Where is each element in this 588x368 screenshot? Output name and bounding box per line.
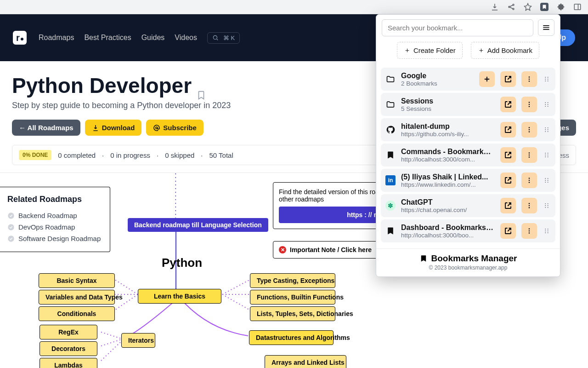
svg-point-78 — [529, 230, 530, 232]
svg-point-42 — [529, 129, 530, 131]
more-button[interactable] — [521, 172, 537, 188]
search-shortcut[interactable]: ⌘ K — [207, 32, 240, 44]
learn-basics-node[interactable]: Learn the Basics — [138, 289, 221, 304]
related-item[interactable]: Backend Roadmap — [7, 210, 101, 221]
bookmark-item[interactable]: Sessions5 Sessions — [381, 93, 555, 116]
nav-videos[interactable]: Videos — [175, 34, 197, 42]
item-subtitle: http://localhost:3000/com... — [401, 156, 495, 163]
more-button[interactable] — [521, 71, 537, 87]
create-folder-button[interactable]: ＋Create Folder — [397, 42, 463, 59]
hamburger-icon — [542, 23, 551, 32]
diagram-node[interactable]: Decorators — [40, 341, 97, 356]
bookmark-item[interactable]: Dashboard - Bookmarks Man...http://local… — [381, 219, 555, 242]
important-note-box[interactable]: ✕ Important Note / Click here — [273, 241, 379, 259]
add-to-folder-button[interactable] — [479, 71, 495, 87]
drag-handle[interactable] — [543, 126, 551, 133]
drag-handle[interactable] — [543, 177, 551, 184]
open-button[interactable] — [500, 97, 516, 112]
item-title: Google — [401, 72, 474, 80]
bookmarks-extension-icon[interactable] — [540, 3, 548, 11]
subscribe-button[interactable]: Subscribe — [146, 120, 204, 136]
create-folder-label: Create Folder — [413, 46, 456, 54]
item-title: Commands - Bookmarks Mana... — [401, 148, 495, 156]
drag-handle[interactable] — [543, 151, 551, 159]
diagram-node[interactable]: Lambdas — [40, 358, 97, 368]
drag-handle[interactable] — [543, 227, 551, 235]
more-button[interactable] — [521, 97, 537, 112]
open-button[interactable] — [500, 172, 516, 188]
bookmark-item[interactable]: hitalent-dumphttps://github.com/s-iliy..… — [381, 118, 555, 141]
svg-point-39 — [548, 104, 548, 105]
panel-icon[interactable] — [573, 3, 582, 11]
bookmark-outline-icon[interactable] — [196, 80, 206, 91]
search-input[interactable] — [382, 19, 533, 36]
add-bookmark-button[interactable]: ＋Add Bookmark — [471, 42, 539, 59]
more-button[interactable] — [521, 122, 537, 138]
svg-point-75 — [548, 205, 548, 206]
subscribe-label: Subscribe — [163, 124, 197, 132]
drag-handle[interactable] — [543, 101, 551, 108]
related-roadmaps-box: Related Roadmaps Backend RoadmapDevOps R… — [0, 187, 110, 252]
datastructures-node[interactable]: Datastructures and Algorithms — [249, 330, 334, 345]
item-subtitle: https://chat.openai.com/ — [401, 207, 495, 213]
svg-point-34 — [529, 106, 530, 107]
item-subtitle: 5 Sessions — [401, 105, 495, 112]
svg-point-41 — [529, 127, 530, 128]
svg-point-68 — [529, 203, 530, 204]
svg-point-55 — [545, 156, 546, 157]
svg-point-62 — [545, 178, 546, 179]
diagram-node[interactable]: Lists, Tuples, Sets, Dictionaries — [250, 306, 335, 321]
more-button[interactable] — [521, 147, 537, 163]
site-logo[interactable]: r — [13, 31, 27, 45]
extensions-icon[interactable] — [557, 3, 565, 11]
bookmark-item[interactable]: ✽ChatGPThttps://chat.openai.com/ — [381, 194, 555, 217]
svg-point-54 — [545, 155, 546, 155]
related-item[interactable]: DevOps Roadmap — [7, 221, 101, 233]
related-item[interactable]: Software Design Roadmap — [7, 233, 101, 244]
svg-line-11 — [115, 280, 138, 294]
open-button[interactable] — [500, 147, 516, 163]
iterators-node[interactable]: Iterators — [121, 333, 155, 348]
drag-handle[interactable] — [543, 202, 551, 209]
svg-line-18 — [101, 339, 121, 346]
drag-handle[interactable] — [543, 75, 551, 83]
open-button[interactable] — [500, 122, 516, 138]
bookmark-item[interactable]: in(5) Iliyas Shaik | Linked...https://ww… — [381, 169, 555, 192]
nav-guides[interactable]: Guides — [141, 34, 165, 42]
more-button[interactable] — [521, 198, 537, 213]
svg-point-80 — [545, 229, 546, 230]
download-arrow-icon — [92, 124, 99, 132]
all-roadmaps-button[interactable]: ← All Roadmaps — [12, 120, 80, 136]
open-button[interactable] — [500, 223, 516, 239]
svg-point-73 — [545, 207, 546, 208]
open-button[interactable] — [500, 198, 516, 213]
svg-point-51 — [529, 155, 530, 156]
item-subtitle: https://www.linkedin.com/... — [401, 181, 495, 188]
share-icon[interactable] — [507, 3, 515, 11]
nav-best-practices[interactable]: Best Practices — [84, 34, 131, 42]
arrays-node[interactable]: Arrays and Linked Lists — [265, 355, 346, 368]
diagram-node[interactable]: Basic Syntax — [39, 273, 115, 288]
download-icon[interactable] — [491, 3, 499, 11]
diagram-node[interactable]: Type Casting, Exceptions — [250, 273, 335, 288]
diagram-node[interactable]: Functions, Builtin Functions — [250, 290, 335, 305]
svg-point-49 — [548, 131, 548, 132]
svg-point-82 — [545, 232, 546, 233]
star-icon[interactable] — [524, 3, 532, 11]
diagram-node[interactable]: RegEx — [40, 325, 97, 339]
download-button[interactable]: Download — [85, 120, 142, 136]
svg-point-57 — [548, 155, 548, 155]
bookmark-item[interactable]: Commands - Bookmarks Mana...http://local… — [381, 144, 555, 167]
inprogress-count: 0 in progress — [110, 151, 150, 159]
bookmark-item[interactable]: Google2 Bookmarks — [381, 68, 555, 91]
menu-button[interactable] — [538, 19, 554, 36]
diagram-node[interactable]: Conditionals — [39, 306, 115, 321]
more-button[interactable] — [521, 223, 537, 239]
backend-roadmap-node[interactable]: Backend roadmap till Language Selection — [128, 218, 268, 232]
svg-point-72 — [545, 205, 546, 206]
item-icon — [385, 99, 396, 109]
open-button[interactable] — [500, 71, 516, 87]
diagram-node[interactable]: Variables and Data Types — [39, 290, 115, 305]
nav-roadmaps[interactable]: Roadmaps — [39, 34, 74, 42]
svg-point-85 — [548, 232, 548, 233]
